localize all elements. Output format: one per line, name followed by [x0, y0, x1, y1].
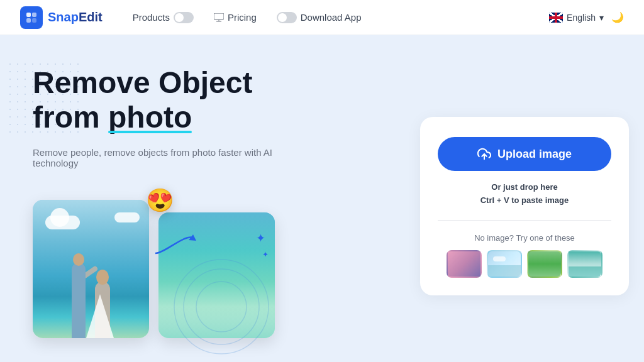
circles-decoration: [171, 256, 272, 357]
logo-icon: [20, 6, 43, 29]
sample-image-3[interactable]: [527, 250, 562, 278]
card-divider: [438, 220, 611, 221]
svg-rect-4: [214, 13, 224, 19]
cloud-decoration-2: [114, 212, 140, 222]
flag-icon: [549, 13, 563, 23]
svg-rect-3: [32, 18, 36, 23]
hero-title-underline: photo: [108, 100, 192, 134]
logo-text: SnapEdit: [48, 10, 103, 25]
drop-hint: Or just drop here Ctrl + V to paste imag…: [438, 181, 611, 207]
svg-point-9: [184, 269, 259, 344]
hero-images-area: 😍 ✦ ✦: [33, 194, 380, 338]
svg-rect-0: [26, 13, 31, 17]
sample-image-4[interactable]: [567, 250, 602, 278]
svg-rect-2: [26, 18, 31, 23]
upload-icon: [477, 147, 491, 161]
before-image: [33, 200, 149, 338]
sample-image-2[interactable]: [487, 250, 522, 278]
hero-subtitle: Remove people, remove objects from photo…: [33, 147, 297, 168]
main-content: Remove Object from photo Remove people, …: [0, 35, 644, 362]
nav-pricing[interactable]: Pricing: [214, 12, 257, 23]
hero-title: Remove Object from photo: [33, 65, 380, 134]
cloud-decoration: [45, 216, 80, 229]
upload-card: Upload image Or just drop here Ctrl + V …: [420, 117, 629, 295]
download-toggle[interactable]: [277, 12, 297, 23]
chevron-down-icon: ▾: [599, 13, 604, 23]
header-right: English ▾ 🌙: [549, 11, 624, 23]
sparkle-icon: ✦: [256, 231, 265, 245]
try-label: No image? Try one of these: [438, 233, 611, 243]
svg-point-10: [174, 260, 269, 354]
svg-point-8: [196, 282, 247, 332]
main-nav: Products Pricing Download App: [133, 12, 549, 23]
nav-download[interactable]: Download App: [277, 12, 362, 23]
emoji-decoration: 😍: [146, 187, 174, 214]
language-selector[interactable]: English ▾: [549, 13, 604, 23]
header: SnapEdit Products Pricing Download App E…: [0, 0, 644, 35]
nav-products[interactable]: Products: [133, 12, 194, 23]
logo[interactable]: SnapEdit: [20, 6, 103, 29]
right-panel: Upload image Or just drop here Ctrl + V …: [405, 35, 644, 362]
dark-mode-toggle[interactable]: 🌙: [611, 11, 624, 23]
arrow-decoration: [152, 231, 196, 256]
person-silhouette: [69, 238, 125, 338]
sample-image-1[interactable]: [447, 250, 482, 278]
sample-images: [438, 250, 611, 278]
svg-rect-1: [32, 13, 36, 17]
upload-button[interactable]: Upload image: [438, 137, 611, 171]
products-toggle[interactable]: [174, 12, 194, 23]
hero-left: Remove Object from photo Remove people, …: [0, 35, 405, 362]
